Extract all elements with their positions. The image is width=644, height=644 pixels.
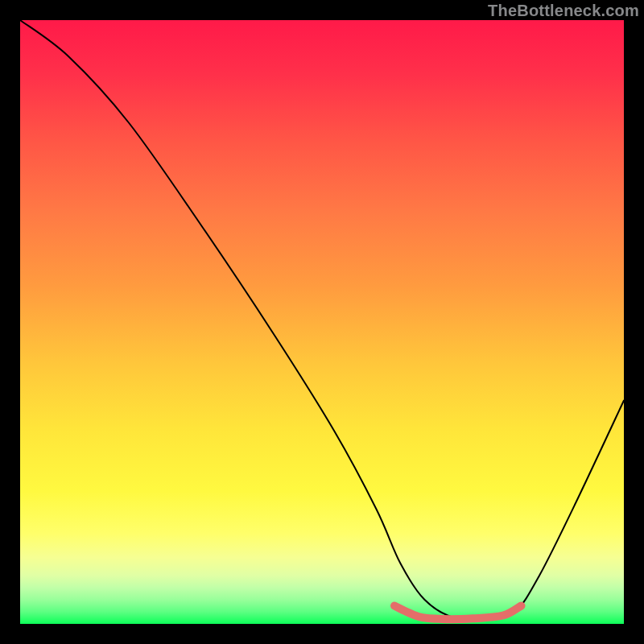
chart-frame: TheBottleneck.com (0, 0, 644, 644)
curve-layer (20, 20, 624, 624)
optimal-range-curve (394, 606, 522, 620)
gradient-plot-area (20, 20, 624, 624)
bottleneck-curve (20, 20, 624, 620)
watermark-text: TheBottleneck.com (488, 2, 639, 20)
